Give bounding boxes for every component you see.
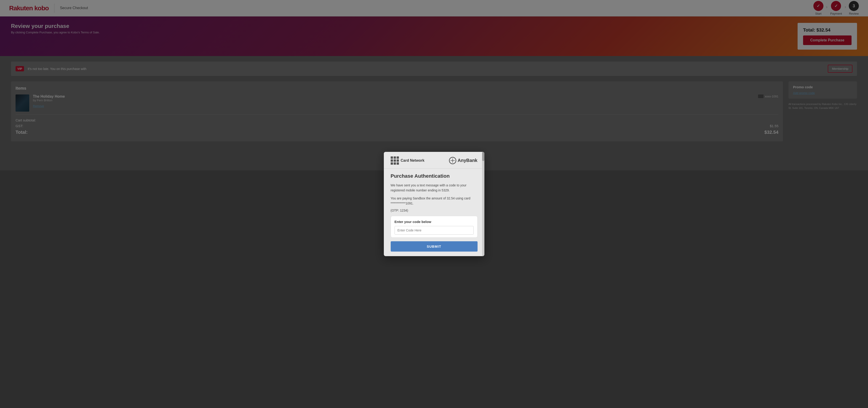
modal-scrollbar-thumb <box>482 152 485 161</box>
card-network-grid-icon <box>391 156 399 165</box>
modal-code-section: Enter your code below <box>391 216 477 238</box>
modal-desc-2: You are paying Sandbox the amount of 32.… <box>391 196 477 206</box>
anybank-circle-icon <box>449 157 456 164</box>
card-network-logo: Card Network <box>391 156 425 165</box>
authentication-modal: Card Network AnyBank Purchase Authentica… <box>384 152 485 256</box>
card-network-label: Card Network <box>401 158 425 163</box>
code-input[interactable] <box>395 226 474 235</box>
modal-desc-1: We have sent you a text message with a c… <box>391 183 477 193</box>
submit-button[interactable]: SUBMIT <box>391 241 477 252</box>
anybank-logo: AnyBank <box>449 157 477 164</box>
modal-header: Card Network AnyBank <box>384 152 485 169</box>
modal-overlay[interactable]: Card Network AnyBank Purchase Authentica… <box>0 0 868 408</box>
modal-otp: (OTP: 1234) <box>391 209 477 212</box>
modal-body: Purchase Authentication We have sent you… <box>384 169 485 256</box>
modal-title: Purchase Authentication <box>391 173 477 179</box>
code-section-label: Enter your code below <box>395 220 474 224</box>
modal-scrollbar-track <box>482 152 485 256</box>
anybank-name: AnyBank <box>458 158 477 163</box>
